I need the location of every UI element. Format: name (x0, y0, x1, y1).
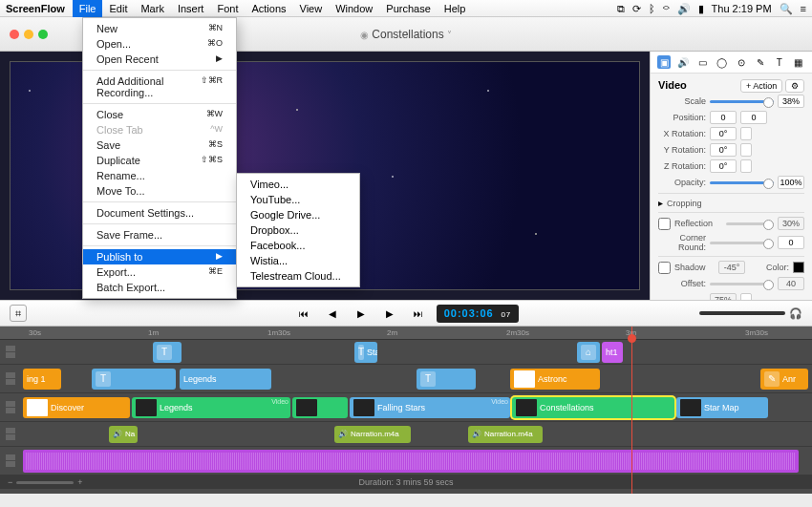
menu-item-add-additional-recording-[interactable]: Add Additional Recording...⇧⌘R (83, 74, 236, 100)
menu-item-open-[interactable]: Open...⌘O (83, 36, 236, 52)
clip-Falling Stars[interactable]: Falling StarsVideo (350, 397, 510, 418)
playhead[interactable] (631, 327, 632, 494)
clip-Legends[interactable]: Legends (180, 369, 271, 390)
position-y[interactable] (740, 111, 767, 124)
play-button[interactable]: ▶ (351, 305, 372, 322)
yrot-stepper[interactable] (740, 143, 752, 157)
close-window[interactable] (10, 30, 19, 39)
position-x[interactable] (710, 111, 737, 124)
submenu-item-dropbox-[interactable]: Dropbox... (237, 222, 359, 238)
clip-ht1[interactable]: ht1 (602, 342, 623, 363)
headphones-icon[interactable]: 🎧 (789, 307, 802, 320)
track-1[interactable]: TTSta⌂ht1 (0, 340, 812, 365)
timeline[interactable]: 30s1m1m30s2m2m30s3m3m30s TTSta⌂ht1 ing 1… (0, 327, 812, 494)
zrot-stepper[interactable] (740, 159, 752, 173)
pct-stepper[interactable] (740, 293, 752, 300)
menu-item-export-[interactable]: Export...⌘E (83, 264, 236, 280)
clip-blue[interactable]: T (92, 369, 176, 390)
clip-Na[interactable]: 🔊Na (109, 426, 138, 443)
menu-item-save-frame-[interactable]: Save Frame... (83, 227, 236, 243)
audio-waveform-clip[interactable] (23, 450, 799, 473)
clip-Constellations[interactable]: Constellations (512, 397, 674, 418)
menu-item-move-to-[interactable]: Move To... (83, 183, 236, 199)
menu-item-rename-[interactable]: Rename... (83, 168, 236, 183)
track-5-waveform[interactable] (0, 447, 812, 475)
submenu-item-telestream-cloud-[interactable]: Telestream Cloud... (237, 268, 359, 284)
corner-value[interactable] (778, 236, 804, 249)
reflection-checkbox[interactable] (658, 218, 671, 230)
menu-item-save[interactable]: Save⌘S (83, 137, 236, 153)
clip-Sta[interactable]: TSta (354, 342, 377, 363)
menu-mark[interactable]: Mark (134, 0, 170, 17)
menu-file[interactable]: File (73, 0, 103, 17)
clip-Star Map[interactable]: Star Map (676, 397, 768, 418)
text-tab-icon[interactable]: T (773, 55, 786, 69)
clip-Narration.m4a[interactable]: 🔊Narration.m4a (334, 426, 411, 443)
menu-item-duplicate[interactable]: Duplicate⇧⌘S (83, 153, 236, 168)
callout-tab-icon[interactable]: ◯ (715, 55, 728, 69)
submenu-item-youtube-[interactable]: YouTube... (237, 192, 359, 207)
submenu-item-wistia-[interactable]: Wistia... (237, 253, 359, 268)
submenu-item-vimeo-[interactable]: Vimeo... (237, 177, 359, 192)
menu-edit[interactable]: Edit (102, 0, 134, 17)
shadow-color-swatch[interactable] (793, 262, 804, 273)
volume-icon[interactable]: 🔊 (677, 3, 691, 14)
menu-item-batch-export-[interactable]: Batch Export... (83, 280, 236, 295)
zoom-in-icon[interactable]: + (77, 477, 82, 487)
track-4[interactable]: 🔊Na🔊Narration.m4a🔊Narration.m4a (0, 422, 812, 447)
menu-item-document-settings-[interactable]: Document Settings... (83, 205, 236, 221)
track-3[interactable]: DiscoverLegendsVideoFalling StarsVideoCo… (0, 393, 812, 422)
step-back-button[interactable]: ◀ (322, 305, 343, 322)
clip-blue[interactable]: T (153, 342, 182, 363)
menu-item-publish-to[interactable]: Publish to▶ (83, 249, 236, 264)
menu-insert[interactable]: Insert (171, 0, 211, 17)
menu-help[interactable]: Help (438, 0, 473, 17)
zrot-value[interactable] (710, 159, 737, 173)
media-tab-icon[interactable]: ▦ (792, 55, 805, 69)
touch-tab-icon[interactable]: ⊙ (735, 55, 748, 69)
menu-font[interactable]: Font (210, 0, 245, 17)
clock[interactable]: Thu 2:19 PM (712, 3, 772, 14)
zoom-out-icon[interactable]: − (8, 477, 12, 487)
sync-icon[interactable]: ⟳ (632, 3, 641, 14)
cropping-disclosure[interactable]: ▸ (658, 198, 663, 208)
clip-Astronc[interactable]: Astronc (510, 369, 600, 390)
clip-green[interactable] (292, 397, 348, 418)
add-action-button[interactable]: + Action (740, 79, 782, 93)
offset-slider[interactable] (710, 283, 774, 285)
menu-purchase[interactable]: Purchase (379, 0, 437, 17)
crop-icon[interactable]: ⌗ (10, 305, 27, 322)
corner-slider[interactable] (710, 242, 774, 244)
reflection-value[interactable] (778, 217, 804, 230)
menu-window[interactable]: Window (329, 0, 379, 17)
shadow-angle[interactable] (718, 261, 745, 274)
shadow-checkbox[interactable] (658, 262, 671, 274)
video-tab-icon[interactable]: ▣ (657, 55, 671, 69)
wifi-icon[interactable]: ⌔ (663, 3, 670, 14)
clip-Narration.m4a[interactable]: 🔊Narration.m4a (468, 426, 543, 443)
menu-item-new[interactable]: New⌘N (83, 21, 236, 36)
gear-icon[interactable]: ⚙ (785, 79, 804, 93)
clip-Legends[interactable]: LegendsVideo (132, 397, 290, 418)
scale-value[interactable] (778, 95, 804, 108)
clip-Anr[interactable]: ✎Anr (760, 369, 808, 390)
bluetooth-icon[interactable]: ᛒ (649, 3, 655, 14)
submenu-item-google-drive-[interactable]: Google Drive... (237, 207, 359, 222)
step-forward-button[interactable]: ▶ (379, 305, 400, 322)
opacity-slider[interactable] (710, 181, 774, 184)
pct-value[interactable] (710, 293, 737, 300)
reflection-slider[interactable] (726, 222, 774, 225)
menu-item-close[interactable]: Close⌘W (83, 107, 236, 122)
opacity-value[interactable] (778, 176, 804, 189)
menu-actions[interactable]: Actions (245, 0, 292, 17)
xrot-value[interactable] (710, 127, 737, 140)
zoom-control[interactable]: −+ (8, 477, 83, 487)
offset-value[interactable] (778, 277, 804, 290)
clip-ing 1[interactable]: ing 1 (23, 369, 61, 390)
clip-blue[interactable]: ⌂ (577, 342, 600, 363)
dropbox-icon[interactable]: ⧉ (617, 3, 625, 14)
screen-tab-icon[interactable]: ▭ (695, 55, 709, 69)
skip-back-button[interactable]: ⏮ (293, 305, 314, 322)
clip-Discover[interactable]: Discover (23, 397, 130, 418)
track-2[interactable]: ing 1TLegendsTAstronc✎Anr (0, 365, 812, 393)
